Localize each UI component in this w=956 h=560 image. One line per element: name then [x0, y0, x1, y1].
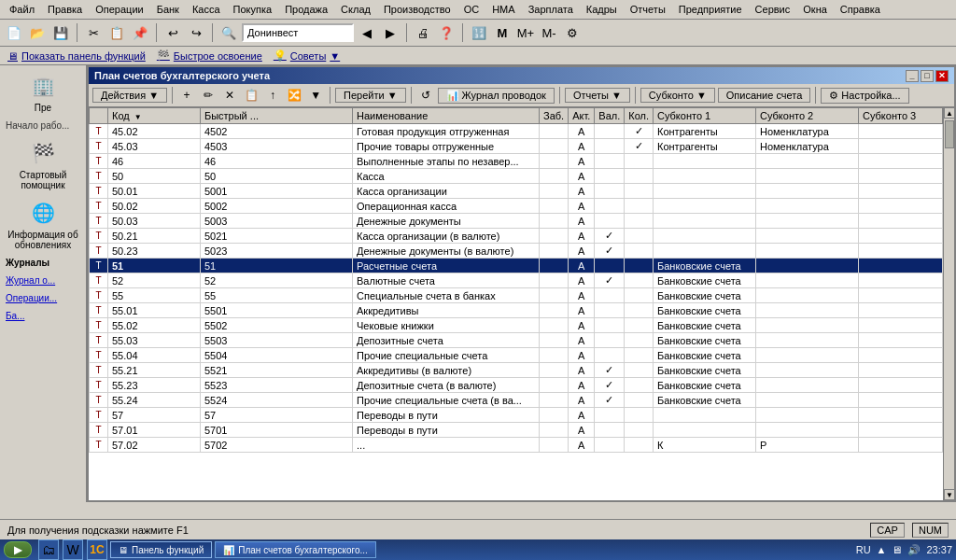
mdi-minimize-btn[interactable]: _	[906, 70, 919, 82]
add-row-icon[interactable]: +	[177, 86, 196, 105]
sidebar-item-enterprise[interactable]: 🏢 Пре	[4, 69, 82, 115]
font-bold[interactable]: M	[492, 22, 513, 43]
menu-reports[interactable]: Отчеты	[625, 2, 671, 17]
tips-btn[interactable]: 💡 Советы ▼	[274, 49, 340, 62]
actions-btn[interactable]: Действия ▼	[92, 88, 167, 103]
taskbar-accounts-btn[interactable]: 📊 План счетов бухгалтерского...	[215, 541, 376, 558]
quick-start-btn[interactable]: 🏁 Быстрое освоение	[157, 49, 262, 62]
table-row[interactable]: Т5252Валютные счетаА✓Банковские счета	[90, 273, 943, 288]
show-panel-btn[interactable]: 🖥 Показать панель функций	[7, 50, 146, 62]
journal-btn[interactable]: 📊 Журнал проводок	[438, 88, 555, 104]
cut-btn[interactable]: ✂	[83, 22, 104, 43]
taskbar-1c-icon[interactable]: 1С	[87, 539, 107, 560]
table-row[interactable]: Т55.215521Аккредитивы (в валюте)А✓Банков…	[90, 363, 943, 378]
menu-kassa[interactable]: Касса	[187, 2, 226, 17]
table-row[interactable]: Т45.024502Готовая продукция отгруженнаяА…	[90, 124, 943, 139]
menu-windows[interactable]: Окна	[797, 2, 833, 17]
sidebar-journal-link[interactable]: Журнал о...	[4, 273, 82, 287]
menu-os[interactable]: ОС	[458, 2, 485, 17]
scroll-track[interactable]	[944, 119, 954, 489]
menu-service[interactable]: Сервис	[750, 2, 796, 17]
sort-icon[interactable]: 🔀	[285, 86, 303, 105]
col-sub1[interactable]: Субконто 1	[654, 108, 756, 124]
paste-btn[interactable]: 📌	[130, 22, 150, 43]
col-sub2[interactable]: Субконто 2	[756, 108, 859, 124]
menu-warehouse[interactable]: Склад	[335, 2, 376, 17]
sidebar-item-helper[interactable]: 🏁 Стартовый помощник	[4, 136, 82, 192]
menu-file[interactable]: Файл	[4, 2, 40, 17]
menu-production[interactable]: Производство	[378, 2, 457, 17]
reports-btn[interactable]: Отчеты ▼	[565, 88, 630, 103]
next-btn[interactable]: ▶	[380, 22, 401, 43]
table-row[interactable]: Т57.015701Переводы в путиА	[90, 423, 943, 438]
scroll-thumb[interactable]	[945, 120, 954, 148]
vertical-scrollbar[interactable]: ▲ ▼	[943, 107, 954, 500]
search-icon[interactable]: 🔍	[218, 22, 239, 43]
col-val[interactable]: Вал.	[595, 108, 625, 124]
help-icon[interactable]: ❓	[436, 22, 457, 43]
col-quick[interactable]: Быстрый ...	[200, 108, 352, 124]
goto-btn[interactable]: Перейти ▼	[335, 88, 405, 103]
refresh-icon[interactable]: ↺	[416, 86, 435, 105]
start-button[interactable]: ▶	[4, 541, 32, 558]
table-row[interactable]: Т55.235523Депозитные счета (в валюте)А✓Б…	[90, 378, 943, 393]
table-row[interactable]: Т55.035503Депозитные счетаАБанковские сч…	[90, 333, 943, 348]
copy-btn[interactable]: 📋	[106, 22, 127, 43]
taskbar-explorer-icon[interactable]: 🗂	[38, 539, 59, 560]
table-row[interactable]: Т55.245524Прочие специальные счета (в ва…	[90, 393, 943, 408]
col-name[interactable]: Наименование	[353, 108, 540, 124]
undo-btn[interactable]: ↩	[162, 22, 183, 43]
sidebar-bank-link[interactable]: Ба...	[4, 309, 82, 323]
new-btn[interactable]: 📄	[4, 22, 24, 43]
delete-row-icon[interactable]: ✕	[220, 86, 239, 105]
table-row[interactable]: Т50.235023Денежные документы (в валюте)А…	[90, 244, 943, 259]
taskbar-word-icon[interactable]: W	[63, 539, 83, 560]
sidebar-item-info[interactable]: 🌐 Информация об обновлениях	[4, 196, 82, 252]
taskbar-panel-btn[interactable]: 🖥 Панель функций	[110, 541, 212, 558]
table-row[interactable]: Т50.035003Денежные документыА	[90, 214, 943, 229]
desc-btn[interactable]: Описание счета	[718, 88, 811, 103]
menu-enterprise[interactable]: Предприятие	[673, 2, 748, 17]
font-minus[interactable]: M-	[539, 22, 559, 43]
save-btn[interactable]: 💾	[50, 22, 71, 43]
company-combo[interactable]	[242, 23, 354, 42]
menu-help[interactable]: Справка	[835, 2, 886, 17]
edit-row-icon[interactable]: ✏	[199, 86, 218, 105]
table-row[interactable]: Т55.015501АккредитивыАБанковские счета	[90, 303, 943, 318]
copy-row-icon[interactable]: 📋	[242, 86, 260, 105]
table-row[interactable]: Т4646Выполненные этапы по незавер...А	[90, 154, 943, 169]
redo-btn[interactable]: ↪	[186, 22, 206, 43]
settings-icon[interactable]: ⚙	[562, 22, 583, 43]
col-act[interactable]: Акт.	[569, 108, 595, 124]
menu-salary[interactable]: Зарплата	[523, 2, 579, 17]
col-sub3[interactable]: Субконто 3	[859, 108, 943, 124]
prev-btn[interactable]: ◀	[357, 22, 377, 43]
table-row[interactable]: Т55.025502Чековые книжкиАБанковские счет…	[90, 318, 943, 333]
table-row[interactable]: Т45.034503Прочие товары отгруженныеА✓Кон…	[90, 139, 943, 154]
table-row[interactable]: Т50.015001Касса организацииА	[90, 184, 943, 199]
menu-hr[interactable]: Кадры	[581, 2, 623, 17]
menu-edit[interactable]: Правка	[42, 2, 88, 17]
table-row[interactable]: Т5555Специальные счета в банкахАБанковск…	[90, 288, 943, 303]
accounts-table-container[interactable]: Код ▼ Быстрый ... Наименование	[89, 107, 943, 500]
table-row[interactable]: Т55.045504Прочие специальные счетаАБанко…	[90, 348, 943, 363]
mdi-maximize-btn[interactable]: □	[921, 70, 934, 82]
table-row[interactable]: Т5151Расчетные счетаАБанковские счета	[90, 259, 943, 273]
table-row[interactable]: Т57.025702...АКР	[90, 438, 943, 453]
table-row[interactable]: Т50.215021Касса организации (в валюте)А✓	[90, 229, 943, 244]
col-type[interactable]	[90, 108, 108, 124]
filter-icon[interactable]: ▼	[306, 86, 325, 105]
menu-nma[interactable]: НМА	[486, 2, 520, 17]
font-plus[interactable]: M+	[515, 22, 536, 43]
menu-purchase[interactable]: Покупка	[228, 2, 278, 17]
table-row[interactable]: Т5050КассаА	[90, 169, 943, 184]
table-row[interactable]: Т50.025002Операционная кассаА	[90, 199, 943, 214]
settings-btn[interactable]: ⚙ Настройка...	[821, 88, 908, 104]
col-code[interactable]: Код ▼	[108, 108, 201, 124]
subkonto-btn[interactable]: Субконто ▼	[640, 88, 715, 103]
mdi-close-btn[interactable]: ✕	[935, 70, 949, 82]
menu-operations[interactable]: Операции	[90, 2, 148, 17]
table-row[interactable]: Т5757Переводы в путиА	[90, 408, 943, 423]
scroll-up-btn[interactable]: ▲	[944, 107, 954, 119]
sidebar-operations-link[interactable]: Операции...	[4, 291, 82, 305]
